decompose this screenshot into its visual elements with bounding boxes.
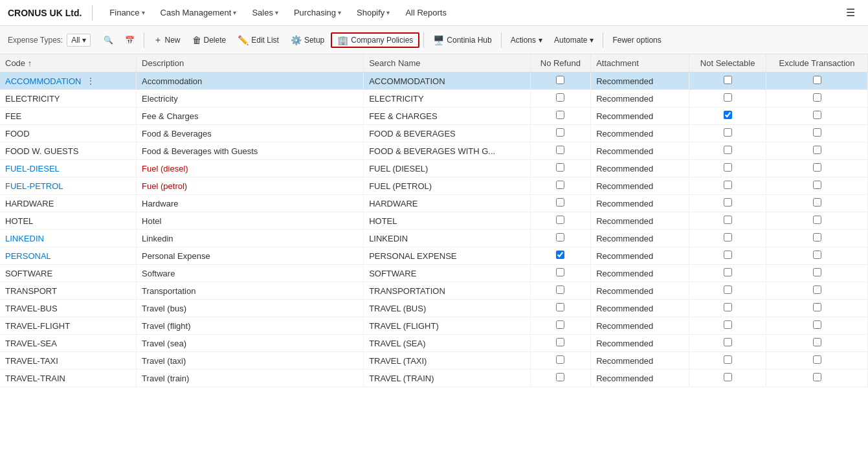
cell-no-refund[interactable] (530, 352, 591, 370)
edit-list-button[interactable]: ✏️ Edit List (232, 32, 284, 48)
cell-exclude-transaction[interactable] (766, 142, 868, 160)
cell-exclude-transaction[interactable] (766, 195, 868, 212)
row-context-menu-icon[interactable]: ⋮ (83, 76, 98, 86)
table-row[interactable]: HARDWAREHardwareHARDWARERecommended (0, 195, 868, 212)
cell-not-selectable[interactable] (689, 177, 766, 195)
nav-cash-management[interactable]: Cash Management ▾ (154, 5, 243, 20)
automate-button[interactable]: Automate ▾ (549, 33, 599, 47)
table-row[interactable]: ACCOMMODATION⋮AccommodationACCOMMODATION… (0, 73, 868, 90)
cell-not-selectable[interactable] (689, 90, 766, 107)
cell-not-selectable[interactable] (689, 370, 766, 387)
cell-exclude-transaction[interactable] (766, 107, 868, 125)
nav-sales[interactable]: Sales ▾ (245, 5, 285, 20)
cell-exclude-transaction[interactable] (766, 300, 868, 317)
cell-no-refund[interactable] (530, 160, 591, 177)
cell-not-selectable[interactable] (689, 73, 766, 90)
delete-button[interactable]: 🗑 Delete (187, 32, 232, 48)
table-row[interactable]: FOODFood & BeveragesFOOD & BEVERAGESReco… (0, 125, 868, 142)
cell-no-refund[interactable] (530, 335, 591, 352)
cell-not-selectable[interactable] (689, 142, 766, 160)
table-row[interactable]: TRAVEL-TRAINTravel (train)TRAVEL (TRAIN)… (0, 370, 868, 387)
cell-not-selectable[interactable] (689, 125, 766, 142)
cell-code[interactable]: ACCOMMODATION⋮ (0, 73, 137, 90)
table-row[interactable]: FEEFee & ChargesFEE & CHARGESRecommended (0, 107, 868, 125)
cell-code[interactable]: LINKEDIN (0, 230, 137, 247)
cell-not-selectable[interactable] (689, 247, 766, 265)
cell-no-refund[interactable] (530, 90, 591, 107)
cell-no-refund[interactable] (530, 300, 591, 317)
cell-exclude-transaction[interactable] (766, 265, 868, 282)
col-header-exclude-transaction[interactable]: Exclude Transaction (766, 54, 868, 73)
cell-exclude-transaction[interactable] (766, 317, 868, 335)
cell-not-selectable[interactable] (689, 317, 766, 335)
cell-not-selectable[interactable] (689, 230, 766, 247)
col-header-description[interactable]: Description (137, 54, 364, 73)
cell-no-refund[interactable] (530, 142, 591, 160)
table-row[interactable]: TRAVEL-SEATravel (sea)TRAVEL (SEA)Recomm… (0, 335, 868, 352)
table-row[interactable]: TRANSPORTTransportationTRANSPORTATIONRec… (0, 282, 868, 300)
cell-no-refund[interactable] (530, 282, 591, 300)
cell-no-refund[interactable] (530, 195, 591, 212)
cell-exclude-transaction[interactable] (766, 335, 868, 352)
table-row[interactable]: ELECTRICITYElectricityELECTRICITYRecomme… (0, 90, 868, 107)
table-row[interactable]: SOFTWARESoftwareSOFTWARERecommended (0, 265, 868, 282)
cell-no-refund[interactable] (530, 370, 591, 387)
cell-exclude-transaction[interactable] (766, 177, 868, 195)
cell-no-refund[interactable] (530, 107, 591, 125)
hamburger-menu[interactable]: ☰ (841, 6, 860, 19)
cell-exclude-transaction[interactable] (766, 370, 868, 387)
table-row[interactable]: HOTELHotelHOTELRecommended (0, 212, 868, 230)
cell-not-selectable[interactable] (689, 107, 766, 125)
cell-no-refund[interactable] (530, 317, 591, 335)
nav-shopify[interactable]: Shopify ▾ (350, 5, 396, 20)
col-header-search-name[interactable]: Search Name (364, 54, 530, 73)
cell-exclude-transaction[interactable] (766, 73, 868, 90)
col-header-not-selectable[interactable]: Not Selectable (689, 54, 766, 73)
cell-not-selectable[interactable] (689, 300, 766, 317)
filter-dropdown[interactable]: All ▾ (67, 34, 90, 47)
cell-not-selectable[interactable] (689, 265, 766, 282)
company-policies-button[interactable]: 🏢 Company Policies (331, 32, 419, 48)
nav-purchasing[interactable]: Purchasing ▾ (287, 5, 348, 20)
table-row[interactable]: FOOD W. GUESTSFood & Beverages with Gues… (0, 142, 868, 160)
cell-exclude-transaction[interactable] (766, 90, 868, 107)
cell-not-selectable[interactable] (689, 335, 766, 352)
table-row[interactable]: TRAVEL-TAXITravel (taxi)TRAVEL (TAXI)Rec… (0, 352, 868, 370)
col-header-no-refund[interactable]: No Refund (530, 54, 591, 73)
table-row[interactable]: FUEL-PETROLFuel (petrol)FUEL (PETROL)Rec… (0, 177, 868, 195)
cell-exclude-transaction[interactable] (766, 247, 868, 265)
cell-code[interactable]: FUEL-PETROL (0, 177, 137, 195)
col-header-code[interactable]: Code ↑ (0, 54, 137, 73)
cell-no-refund[interactable] (530, 247, 591, 265)
cell-exclude-transaction[interactable] (766, 352, 868, 370)
cell-no-refund[interactable] (530, 230, 591, 247)
cell-exclude-transaction[interactable] (766, 282, 868, 300)
search-button[interactable]: 🔍 (98, 33, 118, 47)
nav-finance[interactable]: Finance ▾ (103, 5, 151, 20)
cell-exclude-transaction[interactable] (766, 230, 868, 247)
table-row[interactable]: LINKEDINLinkedinLINKEDINRecommended (0, 230, 868, 247)
col-header-attachment[interactable]: Attachment (591, 54, 689, 73)
cell-not-selectable[interactable] (689, 212, 766, 230)
cell-exclude-transaction[interactable] (766, 212, 868, 230)
continia-hub-button[interactable]: 🖥️ Continia Hub (428, 32, 496, 48)
actions-button[interactable]: Actions ▾ (506, 33, 548, 47)
cell-no-refund[interactable] (530, 125, 591, 142)
cell-no-refund[interactable] (530, 212, 591, 230)
cell-exclude-transaction[interactable] (766, 125, 868, 142)
table-row[interactable]: TRAVEL-BUSTravel (bus)TRAVEL (BUS)Recomm… (0, 300, 868, 317)
table-row[interactable]: PERSONALPersonal ExpensePERSONAL EXPENSE… (0, 247, 868, 265)
cell-not-selectable[interactable] (689, 195, 766, 212)
new-button[interactable]: ＋ New (148, 32, 186, 49)
fewer-options-button[interactable]: Fewer options (607, 33, 666, 47)
cell-not-selectable[interactable] (689, 352, 766, 370)
nav-all-reports[interactable]: All Reports (399, 5, 453, 20)
cell-not-selectable[interactable] (689, 282, 766, 300)
cell-code[interactable]: FUEL-DIESEL (0, 160, 137, 177)
cell-not-selectable[interactable] (689, 160, 766, 177)
table-row[interactable]: TRAVEL-FLIGHTTravel (flight)TRAVEL (FLIG… (0, 317, 868, 335)
cell-code[interactable]: PERSONAL (0, 247, 137, 265)
cell-no-refund[interactable] (530, 73, 591, 90)
cell-no-refund[interactable] (530, 265, 591, 282)
cell-no-refund[interactable] (530, 177, 591, 195)
